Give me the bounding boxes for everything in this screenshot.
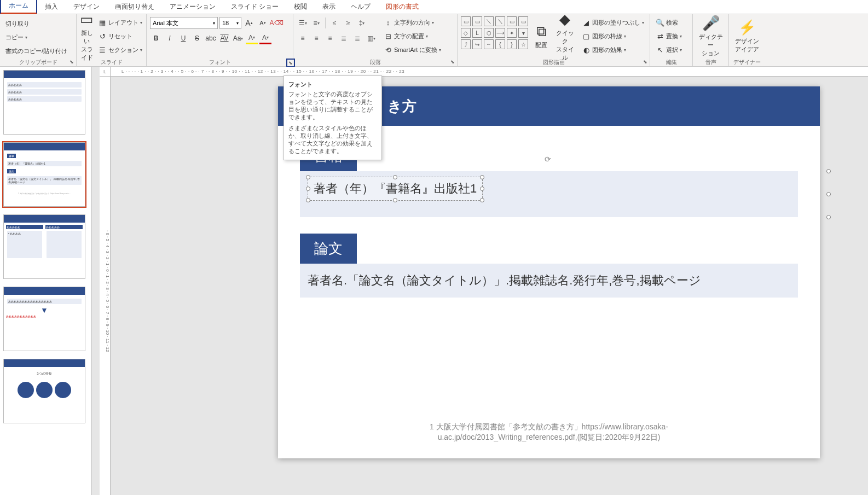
tab-transitions[interactable]: 画面切り替え bbox=[107, 0, 162, 14]
papers-text: 著者名.「論文名（論文タイトル）」.掲載雑誌名.発行年,巻号,掲載ページ bbox=[300, 264, 798, 298]
slide-footnote: 1 大阪大学付属図書館「参考文献の書き方」https://www.library… bbox=[278, 422, 820, 443]
font-name-combo[interactable]: Arial 本文▾ bbox=[150, 17, 218, 29]
slide-thumbnails-panel[interactable]: あああああ あああああ あああああ 書籍 著者（年）『書籍名』出版社1 論文 著… bbox=[0, 67, 92, 495]
align-center-button[interactable]: ≡ bbox=[310, 32, 322, 44]
select-button[interactable]: ↖選択 bbox=[653, 44, 684, 56]
text-direction-button[interactable]: ↕文字列の方向 bbox=[381, 16, 443, 28]
tab-home[interactable]: ホーム bbox=[0, 0, 37, 14]
tooltip-body-2: さまざまなスタイルや色のほか、取り消し線、上付き文字、すべて大文字などの効果を加… bbox=[288, 125, 377, 155]
shape-fill-button[interactable]: ◢図形の塗りつぶし bbox=[580, 16, 646, 28]
clear-format-button[interactable]: A⌫ bbox=[270, 17, 282, 29]
justify-button[interactable]: ≣ bbox=[338, 32, 350, 44]
dictate-button[interactable]: 🎤 ディクテー ション bbox=[696, 16, 725, 56]
copy-button[interactable]: コピー bbox=[3, 31, 70, 43]
reset-button[interactable]: ↺リセット bbox=[96, 30, 144, 42]
find-button[interactable]: 🔍検索 bbox=[653, 16, 684, 28]
tab-insert[interactable]: 挿入 bbox=[37, 0, 66, 14]
design-ideas-button[interactable]: ⚡ デザイン アイデア bbox=[732, 16, 762, 56]
drawing-dialog-launcher[interactable]: ⬊ bbox=[642, 59, 649, 65]
shape-fill-icon: ◢ bbox=[582, 19, 591, 27]
align-text-button[interactable]: ⊟文字の配置 bbox=[381, 30, 443, 42]
convert-smartart-button[interactable]: ⟲SmartArt に変換 bbox=[381, 44, 443, 56]
group-drawing-label: 図形描画 bbox=[461, 57, 646, 65]
new-slide-icon: ▭ bbox=[80, 11, 94, 28]
thumbnail-5[interactable]: 3つの特長 bbox=[3, 359, 85, 423]
strike-button[interactable]: S bbox=[191, 32, 203, 44]
tab-animations[interactable]: アニメーション bbox=[162, 0, 223, 14]
mic-icon: 🎤 bbox=[702, 15, 720, 32]
shrink-font-button[interactable]: A▾ bbox=[257, 17, 269, 29]
new-slide-button[interactable]: ▭ 新しい スライド bbox=[80, 16, 94, 56]
horizontal-ruler: L · · · · · 1 · · 2 · · 3 · · 4 · · 5 · … bbox=[111, 67, 868, 77]
increase-indent-button[interactable]: ≥ bbox=[342, 17, 354, 29]
thumbnail-4[interactable]: ああああああああああああああああ ▼ あああああああああああ bbox=[3, 287, 85, 351]
tab-help[interactable]: ヘルプ bbox=[343, 0, 378, 14]
underline-button[interactable]: U bbox=[177, 32, 189, 44]
distribute-button[interactable]: ≣ bbox=[351, 32, 363, 44]
section-icon: ☰ bbox=[98, 46, 107, 54]
group-font-label: フォント bbox=[150, 57, 290, 65]
ruler-corner: L bbox=[100, 67, 111, 77]
replace-icon: ⇄ bbox=[656, 32, 664, 40]
group-paragraph-label: 段落 bbox=[297, 57, 454, 65]
tooltip-body-1: フォントと文字の高度なオプションを使って、テキストの見た目を思い通りに調整するこ… bbox=[288, 91, 377, 121]
slide-canvas-area[interactable]: L L · · · · · 1 · · 2 · · 3 · · 4 · · 5 … bbox=[92, 67, 868, 495]
char-spacing-button[interactable]: AV bbox=[218, 32, 230, 44]
thumbnail-3[interactable]: あああああ• ああああ あああああ bbox=[3, 214, 85, 279]
grow-font-button[interactable]: A▴ bbox=[243, 17, 255, 29]
align-left-button[interactable]: ≡ bbox=[297, 32, 309, 44]
tab-view[interactable]: 表示 bbox=[315, 0, 343, 14]
section-button[interactable]: ☰セクション bbox=[96, 44, 144, 56]
font-color-button[interactable]: A bbox=[259, 32, 271, 44]
change-case-button[interactable]: Aa bbox=[232, 32, 244, 44]
shape-effects-icon: ◐ bbox=[582, 46, 591, 54]
highlight-color-button[interactable]: A bbox=[246, 32, 258, 44]
thumbnail-1[interactable]: あああああ あああああ あああああ bbox=[3, 70, 85, 135]
italic-button[interactable]: I bbox=[164, 32, 176, 44]
replace-button[interactable]: ⇄置換 bbox=[653, 30, 684, 42]
group-slides-label: スライド bbox=[80, 57, 143, 65]
align-text-icon: ⊟ bbox=[384, 32, 392, 40]
selected-textbox[interactable]: 著者（年）『書籍名』出版社1 bbox=[308, 177, 483, 201]
shape-outline-icon: ▢ bbox=[582, 32, 591, 40]
tooltip-title: フォント bbox=[288, 80, 377, 89]
text-direction-icon: ↕ bbox=[384, 19, 392, 27]
bold-button[interactable]: B bbox=[150, 32, 162, 44]
thumbnail-2[interactable]: 書籍 著者（年）『書籍名』出版社1 論文 著者名.「論文名（論文タイトル）」.掲… bbox=[3, 142, 85, 207]
group-voice-label: 音声 bbox=[696, 57, 725, 65]
smartart-icon: ⟲ bbox=[384, 46, 392, 54]
align-right-button[interactable]: ≡ bbox=[324, 32, 336, 44]
layout-button[interactable]: ▦レイアウト bbox=[96, 16, 144, 28]
group-designer-label: デザイナー bbox=[732, 57, 762, 65]
textbox-content[interactable]: 著者（年）『書籍名』出版社1 bbox=[314, 182, 477, 195]
arrange-button[interactable]: ⧉ 配置 bbox=[533, 16, 551, 56]
group-clipboard-label: クリップボード bbox=[3, 57, 73, 65]
shadow-button[interactable]: abc bbox=[205, 32, 217, 44]
clipboard-dialog-launcher[interactable]: ⬊ bbox=[68, 59, 75, 65]
font-dialog-tooltip: フォント フォントと文字の高度なオプションを使って、テキストの見た目を思い通りに… bbox=[283, 75, 382, 160]
paragraph-dialog-launcher[interactable]: ⬊ bbox=[449, 59, 456, 65]
select-icon: ↖ bbox=[656, 46, 664, 54]
shape-effects-button[interactable]: ◐図形の効果 bbox=[580, 44, 646, 56]
design-ideas-icon: ⚡ bbox=[738, 19, 756, 36]
bullets-button[interactable]: ☰ bbox=[297, 17, 309, 29]
search-icon: 🔍 bbox=[656, 19, 664, 27]
tag-papers: 論文 bbox=[300, 234, 357, 264]
shapes-gallery[interactable]: ▭▭＼＼▭▭ ◇L⬡⟶✦▾ ⤴↪～{}☆ bbox=[461, 16, 528, 49]
decrease-indent-button[interactable]: ≤ bbox=[328, 17, 340, 29]
columns-button[interactable]: ▥ bbox=[365, 32, 377, 44]
tab-shape-format[interactable]: 図形の書式 bbox=[378, 0, 426, 14]
cut-button[interactable]: 切り取り bbox=[3, 18, 70, 30]
layout-icon: ▦ bbox=[98, 19, 107, 27]
format-painter-button[interactable]: 書式のコピー/貼り付け bbox=[3, 45, 70, 57]
line-spacing-button[interactable]: ‡ bbox=[356, 17, 368, 29]
tab-slideshow[interactable]: スライド ショー bbox=[223, 0, 286, 14]
numbering-button[interactable]: ≡ bbox=[310, 17, 322, 29]
font-size-combo[interactable]: 18▾ bbox=[219, 17, 241, 29]
quick-styles-button[interactable]: ◆ クイック スタイル bbox=[555, 16, 575, 56]
arrange-icon: ⧉ bbox=[536, 23, 547, 40]
vertical-ruler: · 6 · 5 · 4 · 3 · 2 · 1 · 0 · 1 · 2 · 3 … bbox=[100, 77, 111, 495]
rotation-handle-icon[interactable]: ⟳ bbox=[545, 155, 553, 164]
tab-review[interactable]: 校閲 bbox=[286, 0, 315, 14]
shape-outline-button[interactable]: ▢図形の枠線 bbox=[580, 30, 646, 42]
